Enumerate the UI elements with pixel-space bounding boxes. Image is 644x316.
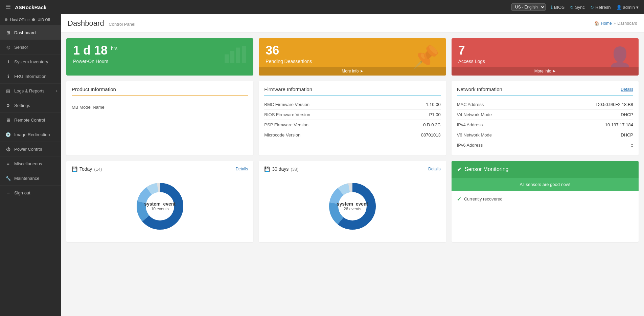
uid-status-dot	[32, 18, 35, 21]
stat-card-power-on-hours: 1 d 18 hrs Power-On Hours	[66, 38, 253, 76]
host-status-label: Host Offline	[10, 18, 29, 22]
field-label: MB Model Name	[72, 105, 105, 110]
layout: Host Offline UID Off ⊞ Dashboard ◎ Senso…	[0, 14, 644, 316]
today-events-panel: 💾 Today (14) Details	[66, 161, 253, 242]
admin-menu[interactable]: 👤 admin ▾	[616, 5, 639, 10]
sidebar-item-label: FRU Information	[14, 74, 46, 79]
firmware-info-panel: Firmware Information BMC Firmware Versio…	[259, 81, 446, 155]
topbar-right: US - English English ℹ BIOS ↻ Sync ↻ Ref…	[511, 3, 639, 11]
event-icon: 💾	[72, 166, 77, 172]
check-circle-icon: ✔	[457, 166, 462, 173]
topbar-left: ☰ ASRockRack	[5, 3, 46, 11]
sidebar-item-maintenance[interactable]: 🔧 Maintenance	[0, 171, 61, 186]
sidebar-item-power-control[interactable]: ⏻ Power Control	[0, 142, 61, 156]
panel-row: MB Model Name	[72, 102, 248, 112]
stat-cards: 1 d 18 hrs Power-On Hours	[66, 38, 639, 76]
sync-button[interactable]: ↻ Sync	[570, 5, 585, 10]
topbar: ☰ ASRockRack US - English English ℹ BIOS…	[0, 0, 644, 14]
host-status-dot	[5, 18, 7, 21]
sidebar-item-logs-reports[interactable]: ▤ Logs & Reports ›	[0, 84, 61, 98]
breadcrumb-current: Dashboard	[617, 21, 637, 26]
refresh-icon: ↻	[590, 5, 594, 10]
dashboard-content: 1 d 18 hrs Power-On Hours	[61, 33, 644, 248]
sidebar-item-sensor[interactable]: ◎ Sensor	[0, 40, 61, 55]
remote-control-icon: 🖥	[5, 117, 11, 123]
sidebar-item-label: System Inventory	[14, 59, 48, 64]
main-header: Dashboard Control Panel 🏠 Home » Dashboa…	[61, 14, 644, 33]
breadcrumb-separator: »	[614, 21, 616, 26]
sidebar-item-image-redirection[interactable]: 💿 Image Redirection	[0, 127, 61, 142]
sidebar-item-label: Sign out	[14, 190, 30, 195]
donut-label: system_event 26 events	[337, 201, 368, 211]
30days-donut-chart: system_event 26 events	[264, 176, 440, 237]
panel-row: V6 Network Mode DHCP	[457, 130, 633, 140]
page-subtitle: Control Panel	[109, 22, 135, 27]
sensor-good-message: All sensors are good now!	[452, 178, 639, 191]
30days-details-link[interactable]: Details	[428, 167, 441, 171]
sidebar-item-label: Maintenance	[14, 176, 39, 181]
bios-icon: ℹ	[551, 5, 553, 10]
miscellaneous-icon: ≡	[5, 161, 11, 166]
page-heading: Dashboard Control Panel	[68, 19, 135, 28]
today-details-link[interactable]: Details	[236, 167, 248, 171]
bar-chart-icon	[223, 44, 247, 70]
stat-card-content: 7 Access Logs	[458, 44, 632, 64]
mb-model-name-row: MB Model Name	[72, 100, 248, 115]
today-donut-chart: system_event 10 events	[72, 176, 248, 237]
image-redirection-icon: 💿	[5, 132, 11, 137]
stat-label: Power-On Hours	[73, 59, 247, 64]
sidebar-item-settings[interactable]: ⚙ Settings	[0, 98, 61, 113]
settings-icon: ⚙	[5, 103, 11, 108]
network-details-link[interactable]: Details	[621, 87, 633, 92]
bios-button[interactable]: ℹ BIOS	[551, 5, 565, 10]
donut-wrap: system_event 10 events	[133, 179, 187, 233]
info-panels: Product Information MB Model Name Firmwa…	[66, 81, 639, 155]
sidebar-item-remote-control[interactable]: 🖥 Remote Control	[0, 113, 61, 127]
sync-icon: ↻	[570, 5, 574, 10]
user-icon: 👤	[616, 5, 622, 10]
chevron-down-icon: ▾	[636, 5, 639, 10]
breadcrumb-home[interactable]: Home	[601, 21, 612, 26]
sidebar-item-label: Power Control	[14, 147, 42, 152]
language-select[interactable]: US - English English	[511, 3, 546, 11]
stat-label: Access Logs	[458, 59, 632, 64]
sidebar-item-label: Remote Control	[14, 118, 45, 123]
event-title: 💾 Today (14)	[72, 166, 102, 172]
stat-value: 1 d 18 hrs	[73, 44, 247, 57]
panel-row: V4 Network Mode DHCP	[457, 110, 633, 120]
power-control-icon: ⏻	[5, 146, 11, 152]
sidebar-item-sign-out[interactable]: → Sign out	[0, 186, 61, 200]
panel-row: Microcode Version 08701013	[264, 130, 440, 140]
logs-icon: ▤	[5, 88, 11, 93]
sign-out-icon: →	[5, 190, 11, 195]
stat-card-pending-deassertions: 36 Pending Deassertions 📌 More info ➤	[259, 38, 446, 76]
breadcrumb: 🏠 Home » Dashboard	[594, 21, 637, 26]
panel-row: IPv4 Address 10.197.17.184	[457, 120, 633, 130]
sidebar-item-fru-information[interactable]: ℹ FRU Information	[0, 69, 61, 84]
chevron-right-icon: ›	[56, 89, 58, 93]
stat-unit: hrs	[111, 46, 117, 51]
event-header: 💾 30 days (38) Details	[264, 166, 440, 172]
svg-rect-2	[236, 48, 240, 63]
event-title: 💾 30 days (38)	[264, 166, 298, 172]
dashboard-icon: ⊞	[5, 30, 11, 35]
sidebar-status: Host Offline UID Off	[0, 14, 61, 25]
app-brand: ASRockRack	[15, 4, 46, 10]
product-info-title: Product Information	[72, 86, 248, 96]
sidebar-item-label: Image Redirection	[14, 132, 50, 137]
firmware-info-title: Firmware Information	[264, 86, 440, 96]
network-info-panel: Network Information Details MAC Address …	[452, 81, 639, 155]
panel-row: IPv6 Address ::	[457, 140, 633, 150]
sidebar-item-label: Sensor	[14, 45, 28, 50]
sidebar-item-miscellaneous[interactable]: ≡ Miscellaneous	[0, 156, 61, 171]
sidebar-item-label: Dashboard	[14, 30, 36, 35]
sensor-check-icon: ✔	[457, 196, 461, 202]
bottom-section: 💾 Today (14) Details	[66, 161, 639, 242]
sidebar-item-dashboard[interactable]: ⊞ Dashboard	[0, 25, 61, 40]
menu-toggle-button[interactable]: ☰	[5, 3, 11, 11]
sidebar-item-system-inventory[interactable]: ℹ System Inventory	[0, 55, 61, 69]
refresh-button[interactable]: ↻ Refresh	[590, 5, 611, 10]
donut-label: system_event 10 events	[144, 201, 176, 211]
panel-row: MAC Address D0:50:99:F2:18:B8	[457, 100, 633, 110]
page-title: Dashboard	[68, 19, 104, 27]
